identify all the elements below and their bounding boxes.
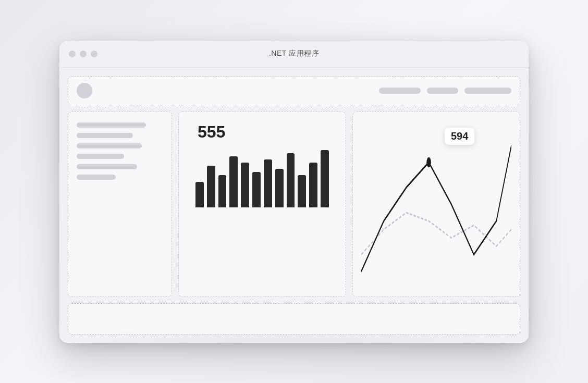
close-button-icon[interactable]: [69, 51, 76, 57]
bar: [241, 163, 249, 207]
bar-chart-panel: 555: [178, 112, 346, 297]
sidebar-line-3: [77, 143, 142, 149]
main-content-row: 555 594: [68, 112, 520, 297]
tooltip-badge: 594: [445, 128, 474, 145]
chart-dot: [426, 157, 431, 167]
maximize-button-icon[interactable]: [91, 51, 97, 57]
sidebar-line-1: [77, 122, 146, 128]
bar-chart: [187, 150, 337, 207]
bar: [321, 150, 329, 207]
header-pill-2: [427, 88, 458, 94]
line-chart-svg: [361, 120, 511, 288]
bar: [207, 166, 215, 207]
bar: [229, 156, 238, 207]
minimize-button-icon[interactable]: [80, 51, 87, 57]
sidebar-line-6: [77, 175, 116, 180]
bar: [287, 153, 295, 207]
traffic-lights: [69, 51, 97, 57]
window-title: .NET 应用程序: [269, 49, 319, 58]
bar: [218, 175, 227, 207]
bar: [309, 163, 317, 207]
bar-chart-value: 555: [187, 122, 225, 142]
content-area: 555 594: [59, 68, 529, 343]
sidebar-line-4: [77, 154, 124, 159]
sidebar: [68, 112, 172, 297]
bar: [195, 182, 204, 207]
bottom-row: [68, 303, 520, 335]
sidebar-line-2: [77, 133, 133, 138]
header-pill-1: [379, 88, 421, 94]
avatar: [77, 83, 92, 98]
line-chart-panel: 594: [352, 112, 520, 297]
title-bar: .NET 应用程序: [59, 41, 529, 68]
header-row: [68, 76, 520, 105]
header-pill-3: [464, 88, 511, 94]
bar: [275, 169, 284, 207]
sidebar-line-5: [77, 164, 137, 169]
browser-window: .NET 应用程序 555: [59, 41, 529, 343]
bar: [252, 172, 261, 207]
bar: [264, 159, 272, 207]
bar: [298, 175, 306, 207]
